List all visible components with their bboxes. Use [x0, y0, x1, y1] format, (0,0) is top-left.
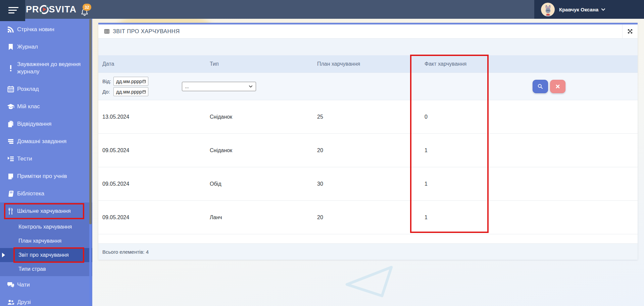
bookmark-icon: [0, 43, 17, 51]
table-cell-fact: 1: [420, 167, 528, 200]
calendar-icon: [142, 89, 146, 94]
sidebar-item-label: Стрічка новин: [17, 26, 59, 33]
content-area: ЗВІТ ПРО ХАРЧУВАННЯ ДатаТипПлан харчуван…: [92, 19, 644, 306]
sidebar-section: Шкільне харчуванняКонтроль харчуванняПла…: [0, 202, 92, 276]
sidebar-item[interactable]: Зауваження до ведення журналу: [0, 56, 92, 80]
search-icon: [537, 83, 544, 90]
sidebar-item[interactable]: Тести: [0, 150, 92, 168]
sidebar-item-label: Журнал: [17, 43, 43, 51]
table-cell-plan: 20: [313, 201, 420, 234]
clear-filter-button[interactable]: [550, 80, 565, 93]
sidebar-item[interactable]: Шкільне харчування: [0, 202, 92, 220]
sidebar-item[interactable]: Розклад: [0, 80, 92, 98]
sidebar-menu: Стрічка новинЖурналЗауваження до ведення…: [0, 19, 92, 306]
table-cell-type: Обід: [206, 167, 313, 200]
table-cell-plan: 20: [313, 134, 420, 167]
cell-value: 1: [425, 181, 428, 187]
sidebar-item[interactable]: Домашні завдання: [0, 133, 92, 150]
sidebar-subitem[interactable]: Звіт про харчування: [0, 248, 92, 262]
cell-value: 25: [317, 114, 323, 120]
top-navbar: PR SVITA 32: [0, 0, 644, 19]
sidebar-item-label: Мій клас: [17, 103, 45, 110]
sidebar-item[interactable]: Бібліотека: [0, 185, 92, 202]
sidebar-subitem[interactable]: План харчування: [0, 234, 92, 248]
pages-icon: [0, 120, 17, 128]
table-header-row: ДатаТипПлан харчуванняФакт харчування: [98, 55, 638, 73]
date-from-input[interactable]: дд.мм.рррр: [113, 77, 148, 86]
sidebar-item-label: Друзі: [17, 299, 36, 306]
expand-panel-button[interactable]: [622, 24, 638, 38]
date-from-placeholder: дд.мм.рррр: [116, 79, 142, 84]
cell-value: 13.05.2024: [102, 114, 129, 120]
brand-text-suffix: SVITA: [49, 4, 77, 15]
type-filter-select[interactable]: ...: [182, 82, 256, 91]
user-menu[interactable]: Кравчук Оксана: [534, 0, 644, 19]
sidebar-item[interactable]: Чати: [0, 276, 92, 294]
cell-value: Ланч: [210, 215, 222, 221]
date-from-label: Від:: [102, 78, 113, 84]
brand-text-prefix: PR: [26, 4, 39, 15]
column-header: Тип: [206, 55, 313, 72]
cell-value: Сніданок: [210, 147, 232, 154]
table-row: 13.05.2024Сніданок250: [98, 100, 638, 134]
table-cell-type: Сніданок: [206, 100, 313, 133]
rss-icon: [0, 25, 17, 34]
avatar: [541, 3, 555, 16]
utensils-icon: [0, 207, 17, 215]
table-row: 09.05.2024Ланч201: [98, 201, 638, 234]
note-icon: [0, 172, 17, 180]
table-empty-row: [98, 234, 638, 244]
table-cell-date: 09.05.2024: [98, 201, 206, 234]
app-root: PR SVITA 32: [0, 0, 644, 306]
table-row: 09.05.2024Обід301: [98, 167, 638, 201]
panel-footer: Всього елементів: 4: [98, 244, 638, 260]
table-row: 09.05.2024Сніданок201: [98, 134, 638, 167]
chat-icon: [0, 281, 17, 289]
notifications-button[interactable]: 32: [80, 4, 96, 18]
panel-body: ДатаТипПлан харчуванняФакт харчування Ві…: [98, 39, 638, 260]
table-cell-date: 09.05.2024: [98, 134, 206, 167]
sidebar-item[interactable]: Примітки про учнів: [0, 168, 92, 185]
sidebar-item[interactable]: Журнал: [0, 38, 92, 56]
column-header-label: Дата: [102, 61, 114, 67]
table-cell-type: Ланч: [206, 201, 313, 234]
table-cell-type: Сніданок: [206, 134, 313, 167]
cell-value: Сніданок: [210, 114, 232, 120]
calendar-icon: [142, 79, 146, 84]
date-to-label: До:: [102, 89, 113, 95]
search-button[interactable]: [533, 80, 548, 93]
cell-value: 1: [425, 215, 428, 221]
column-header-label: Тип: [210, 61, 219, 67]
column-header-label: Факт харчування: [425, 61, 466, 67]
table-cell-fact: 1: [420, 134, 528, 167]
column-header: Факт харчування: [420, 55, 528, 72]
calendar-icon: [0, 85, 17, 93]
sidebar-item-label: Примітки про учнів: [17, 173, 71, 180]
sidebar-item[interactable]: Відвідування: [0, 115, 92, 133]
cell-value: 09.05.2024: [102, 147, 129, 154]
cell-value: 20: [317, 215, 323, 221]
sidebar-item-label: Зауваження до ведення журналу: [17, 61, 92, 75]
panel-title-wrap: ЗВІТ ПРО ХАРЧУВАННЯ: [98, 28, 622, 35]
sidebar-subitem-label: План харчування: [18, 238, 61, 244]
cell-value: 09.05.2024: [102, 181, 129, 187]
table-cell-fact: 0: [420, 100, 528, 133]
sidebar-subitem-label: Контроль харчування: [18, 224, 72, 230]
sidebar-item[interactable]: Стрічка новин: [0, 21, 92, 38]
date-to-input[interactable]: дд.мм.рррр: [113, 87, 148, 96]
sidebar-subitem[interactable]: Типи страв: [0, 262, 92, 276]
chevron-down-icon: [248, 84, 253, 89]
table-body: 13.05.2024Сніданок25009.05.2024Сніданок2…: [98, 100, 638, 234]
brand-logo[interactable]: PR SVITA: [26, 0, 77, 19]
sidebar-subitem[interactable]: Контроль харчування: [0, 220, 92, 234]
list-icon: [0, 137, 17, 145]
users-icon: [0, 298, 17, 306]
sidebar-toggle-button[interactable]: [0, 0, 25, 21]
book-icon: [0, 190, 17, 198]
exclamation-icon: [0, 64, 17, 72]
sidebar-item[interactable]: Мій клас: [0, 98, 92, 115]
sidebar-item[interactable]: Друзі: [0, 294, 92, 306]
sidebar-subitem-label: Типи страв: [18, 266, 46, 272]
table-cell-date: 09.05.2024: [98, 167, 206, 200]
sidebar-scrollbar-thumb[interactable]: [89, 19, 92, 224]
